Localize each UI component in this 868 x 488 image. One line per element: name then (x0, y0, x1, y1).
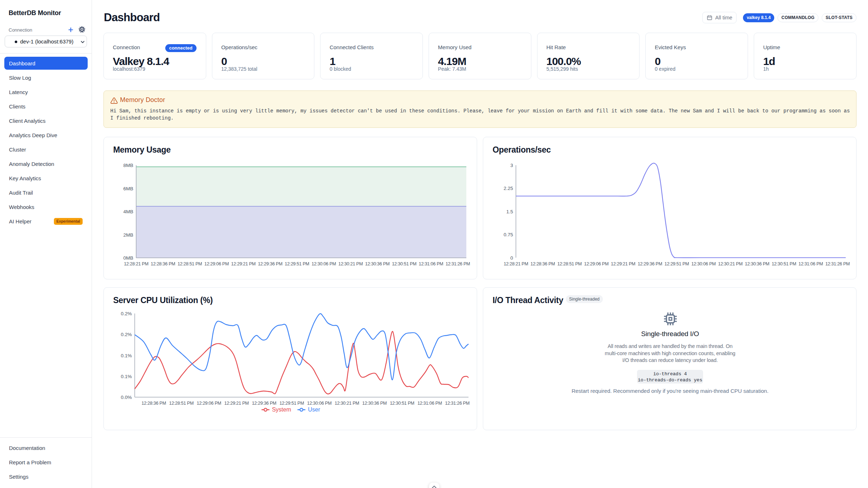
svg-text:12:29:21 PM: 12:29:21 PM (611, 261, 635, 266)
svg-text:0.2%: 0.2% (121, 311, 132, 316)
svg-text:12:30:51 PM: 12:30:51 PM (772, 261, 796, 266)
svg-text:12:28:51 PM: 12:28:51 PM (557, 261, 582, 266)
svg-text:6MB: 6MB (123, 186, 133, 191)
svg-text:12:30:36 PM: 12:30:36 PM (362, 401, 387, 406)
svg-text:12:28:51 PM: 12:28:51 PM (177, 261, 202, 266)
svg-text:12:29:36 PM: 12:29:36 PM (258, 261, 282, 266)
svg-text:4MB: 4MB (123, 209, 133, 214)
svg-text:12:30:21 PM: 12:30:21 PM (718, 261, 743, 266)
svg-text:0: 0 (510, 255, 513, 261)
svg-text:12:30:21 PM: 12:30:21 PM (338, 261, 363, 266)
svg-text:0.1%: 0.1% (121, 353, 132, 358)
svg-text:12:31:26 PM: 12:31:26 PM (445, 261, 470, 266)
svg-text:12:30:51 PM: 12:30:51 PM (392, 261, 416, 266)
svg-text:2MB: 2MB (123, 232, 133, 238)
svg-text:12:29:51 PM: 12:29:51 PM (285, 261, 309, 266)
svg-text:0MB: 0MB (123, 255, 133, 261)
svg-text:12:29:06 PM: 12:29:06 PM (197, 401, 221, 406)
svg-text:2.25: 2.25 (504, 186, 513, 191)
svg-text:1.5: 1.5 (506, 209, 513, 214)
svg-text:12:31:26 PM: 12:31:26 PM (445, 401, 470, 406)
svg-text:12:30:36 PM: 12:30:36 PM (365, 261, 389, 266)
svg-text:12:28:36 PM: 12:28:36 PM (531, 261, 555, 266)
svg-text:12:31:06 PM: 12:31:06 PM (799, 261, 823, 266)
svg-text:12:29:36 PM: 12:29:36 PM (252, 401, 276, 406)
svg-text:12:28:36 PM: 12:28:36 PM (142, 401, 166, 406)
svg-text:12:30:51 PM: 12:30:51 PM (390, 401, 414, 406)
svg-text:12:31:26 PM: 12:31:26 PM (825, 261, 850, 266)
svg-text:0.1%: 0.1% (121, 374, 132, 379)
svg-text:12:29:06 PM: 12:29:06 PM (584, 261, 609, 266)
svg-text:0.0%: 0.0% (121, 395, 132, 400)
svg-text:12:28:21 PM: 12:28:21 PM (504, 261, 528, 266)
svg-text:12:29:06 PM: 12:29:06 PM (204, 261, 229, 266)
svg-text:0.75: 0.75 (504, 232, 513, 237)
svg-text:12:30:36 PM: 12:30:36 PM (745, 261, 769, 266)
svg-text:12:31:06 PM: 12:31:06 PM (417, 401, 442, 406)
svg-text:12:30:06 PM: 12:30:06 PM (311, 261, 336, 266)
svg-text:12:29:21 PM: 12:29:21 PM (231, 261, 255, 266)
svg-text:12:28:21 PM: 12:28:21 PM (124, 261, 148, 266)
svg-text:12:29:21 PM: 12:29:21 PM (224, 401, 249, 406)
svg-text:8MB: 8MB (123, 163, 133, 168)
svg-text:12:28:51 PM: 12:28:51 PM (169, 401, 194, 406)
svg-text:12:30:06 PM: 12:30:06 PM (307, 401, 332, 406)
svg-text:12:30:06 PM: 12:30:06 PM (691, 261, 716, 266)
svg-text:12:29:51 PM: 12:29:51 PM (280, 401, 304, 406)
svg-text:12:29:36 PM: 12:29:36 PM (638, 261, 662, 266)
svg-text:12:30:21 PM: 12:30:21 PM (335, 401, 359, 406)
svg-text:12:31:06 PM: 12:31:06 PM (419, 261, 443, 266)
svg-text:12:28:36 PM: 12:28:36 PM (151, 261, 175, 266)
svg-text:0.2%: 0.2% (121, 332, 132, 337)
svg-text:12:29:51 PM: 12:29:51 PM (665, 261, 689, 266)
svg-text:3: 3 (510, 163, 513, 168)
